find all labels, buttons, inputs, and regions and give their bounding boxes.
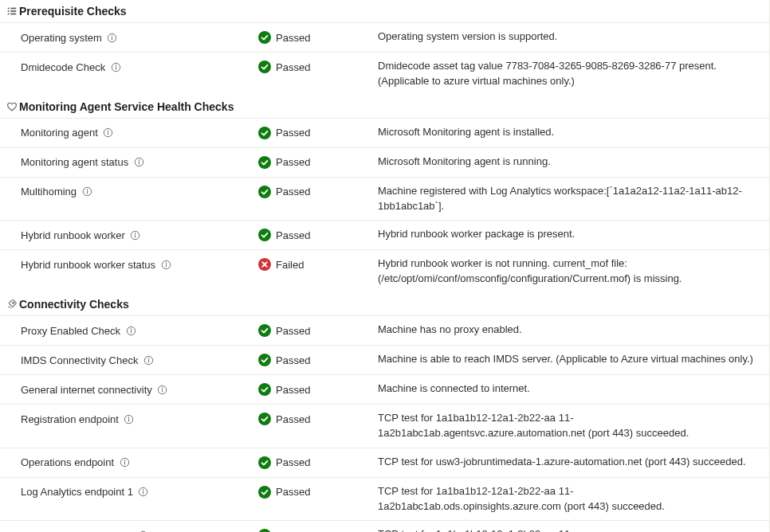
check-name-cell: Monitoring agent status <box>0 155 258 170</box>
group-header[interactable]: Prerequisite Checks <box>0 0 769 22</box>
check-name-cell: Registration endpoint <box>0 411 258 427</box>
passed-icon <box>258 31 271 44</box>
check-name: General internet connectivity <box>21 384 152 396</box>
check-description: Machine is able to reach IMDS server. (A… <box>378 352 769 368</box>
info-icon[interactable] <box>110 61 121 72</box>
check-status-cell: Passed <box>258 484 378 500</box>
check-row: Log Analytics endpoint 1PassedTCP test f… <box>0 477 769 521</box>
svg-point-58 <box>258 486 271 499</box>
check-description: TCP test for 1a1ba1b12-12a1-2b22-aa 11-1… <box>378 484 769 514</box>
info-icon[interactable] <box>160 259 171 270</box>
check-name-cell: General internet connectivity <box>0 381 258 397</box>
check-name-cell: Multihoming <box>0 184 258 200</box>
passed-icon <box>258 186 271 198</box>
info-icon[interactable] <box>143 354 154 366</box>
passed-icon <box>258 486 271 499</box>
svg-point-53 <box>124 460 124 461</box>
check-status-cell: Passed <box>258 352 378 368</box>
check-row: IMDS Connectivity CheckPassedMachine is … <box>0 345 769 374</box>
check-row: Hybrid runbook workerPassedHybrid runboo… <box>0 220 769 249</box>
svg-point-13 <box>258 61 271 73</box>
info-icon[interactable] <box>124 413 135 424</box>
check-description: Machine registered with Log Analytics wo… <box>378 184 769 214</box>
check-name-cell: Hybrid runbook worker status <box>0 256 258 272</box>
checks-table: Prerequisite ChecksOperating systemPasse… <box>0 0 770 532</box>
info-icon[interactable] <box>157 384 168 395</box>
svg-point-21 <box>258 156 271 169</box>
svg-point-24 <box>86 189 87 190</box>
svg-rect-1 <box>10 8 16 10</box>
check-name: Multihoming <box>21 186 77 198</box>
svg-point-34 <box>13 302 14 303</box>
rocket-icon <box>5 299 19 310</box>
passed-icon <box>258 413 271 425</box>
check-status-cell: Passed <box>258 323 378 338</box>
svg-point-41 <box>148 358 149 358</box>
passed-icon <box>258 383 271 396</box>
failed-icon <box>258 258 271 271</box>
check-status-cell: Passed <box>258 227 378 243</box>
info-icon[interactable] <box>125 325 136 336</box>
svg-rect-4 <box>8 14 10 15</box>
svg-point-62 <box>258 529 271 532</box>
check-status-cell: Passed <box>258 455 378 471</box>
check-name: IMDS Connectivity Check <box>21 354 138 366</box>
check-description: Machine has no proxy enabled. <box>378 323 769 338</box>
check-row: Operating systemPassedOperating system v… <box>0 22 769 52</box>
info-icon[interactable] <box>138 487 149 498</box>
check-status-text: Passed <box>276 61 310 73</box>
svg-point-49 <box>128 417 129 417</box>
info-icon[interactable] <box>130 229 141 241</box>
group-header[interactable]: Monitoring Agent Service Health Checks <box>0 96 769 118</box>
group-header[interactable]: Connectivity Checks <box>0 293 769 315</box>
heart-icon <box>5 101 19 112</box>
info-icon[interactable] <box>119 457 130 468</box>
passed-icon <box>258 456 271 469</box>
passed-icon <box>258 529 271 532</box>
svg-point-17 <box>258 127 271 139</box>
check-description: Machine is connected to internet. <box>378 381 769 397</box>
check-name: Operating system <box>21 32 102 44</box>
check-row: MultihomingPassedMachine registered with… <box>0 177 769 221</box>
svg-point-9 <box>258 31 271 44</box>
info-icon[interactable] <box>133 157 144 168</box>
check-status-text: Passed <box>276 127 310 139</box>
check-description: Hybrid runbook worker is not running. cu… <box>378 256 769 287</box>
passed-icon <box>258 156 271 169</box>
check-status-cell: Passed <box>258 411 378 427</box>
check-description: Microsoft Monitoring agent is installed. <box>378 125 769 141</box>
svg-point-54 <box>258 456 271 469</box>
info-icon[interactable] <box>107 32 118 43</box>
check-name-cell: IMDS Connectivity Check <box>0 352 258 368</box>
svg-point-16 <box>108 130 108 131</box>
svg-point-28 <box>135 233 136 233</box>
list-icon <box>5 6 19 17</box>
passed-icon <box>258 354 271 366</box>
check-name: Log Analytics endpoint 1 <box>21 486 133 498</box>
svg-point-38 <box>258 324 271 337</box>
check-row: Proxy Enabled CheckPassedMachine has no … <box>0 315 769 345</box>
svg-point-46 <box>258 383 271 396</box>
check-status-text: Passed <box>276 413 310 425</box>
info-icon[interactable] <box>103 127 114 139</box>
svg-point-32 <box>165 262 166 263</box>
check-name-cell: Log Analytics endpoint 2 <box>0 527 258 532</box>
check-name: Monitoring agent <box>21 127 98 139</box>
check-status-text: Failed <box>276 259 304 271</box>
check-status-text: Passed <box>276 486 310 498</box>
check-name-cell: Operations endpoint <box>0 455 258 471</box>
check-description: TCP test for 1a1ba1b12-12a1-2b22-aa 11-1… <box>378 527 769 532</box>
svg-point-42 <box>258 354 271 366</box>
svg-point-8 <box>112 35 112 36</box>
check-description: TCP test for usw3-jobruntimedata-1.azure… <box>378 455 769 471</box>
svg-point-37 <box>130 328 131 329</box>
group-title: Connectivity Checks <box>19 298 129 311</box>
check-status-cell: Passed <box>258 125 378 141</box>
check-row: Operations endpointPassedTCP test for us… <box>0 448 769 477</box>
svg-point-12 <box>115 65 116 65</box>
svg-point-57 <box>143 490 143 491</box>
check-status-cell: Passed <box>258 381 378 397</box>
check-row: Monitoring agent statusPassedMicrosoft M… <box>0 147 769 177</box>
info-icon[interactable] <box>81 186 92 198</box>
svg-point-50 <box>258 413 271 425</box>
